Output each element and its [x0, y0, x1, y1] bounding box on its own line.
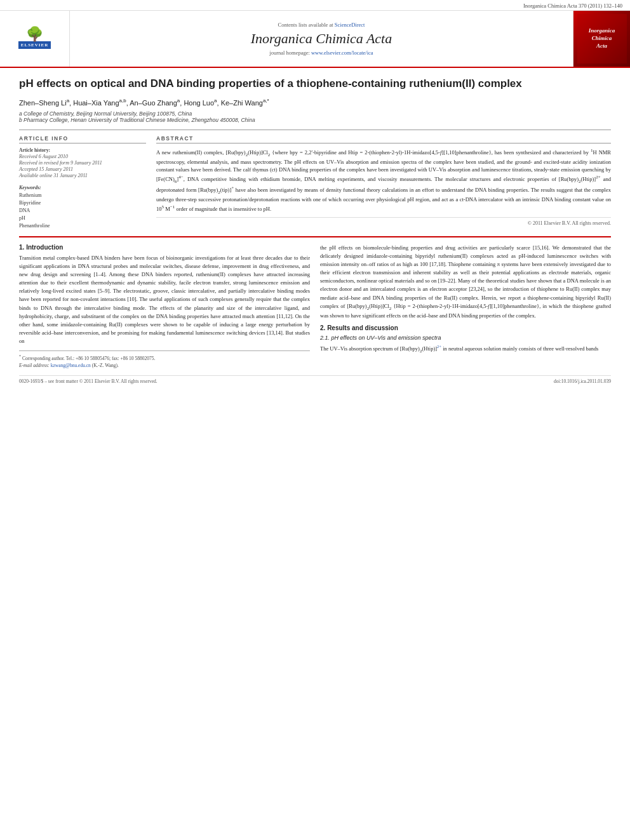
subsection2-1-heading: 2.1. pH effects on UV–Vis and emission s… [320, 335, 611, 341]
received-date: Received 6 August 2010 [19, 154, 146, 159]
issn-line: 0020-1693/$ – see front matter © 2011 El… [19, 378, 158, 384]
section2-para1: The UV–Vis absorption spectrum of [Ru(bp… [320, 343, 611, 354]
affiliations: a College of Chemistry, Beijing Normal U… [19, 110, 611, 123]
keywords-list: RutheniumBipyridineDNApHPhenanthroline [19, 192, 146, 230]
keywords-label: Keywords: [19, 185, 146, 190]
bottom-bar: 0020-1693/$ – see front matter © 2011 El… [19, 375, 611, 384]
journal-title: Inorganica Chimica Acta [251, 30, 392, 47]
journal-header: Inorganica Chimica Acta 370 (2011) 132–1… [0, 0, 630, 68]
elsevier-wordmark: ELSEVIER [18, 41, 51, 49]
keywords-block: Keywords: RutheniumBipyridineDNApHPhenan… [19, 185, 146, 230]
accepted-date: Accepted 15 January 2011 [19, 166, 146, 172]
article-history-block: Article history: Received 6 August 2010 … [19, 147, 146, 178]
article-title: pH effects on optical and DNA binding pr… [19, 77, 611, 91]
journal-citation: Inorganica Chimica Acta 370 (2011) 132–1… [523, 3, 622, 9]
journal-banner: 🌳 ELSEVIER Contents lists available at S… [0, 10, 630, 67]
sciencedirect-line: Contents lists available at ScienceDirec… [278, 22, 365, 28]
revised-date: Received in revised form 9 January 2011 [19, 160, 146, 166]
section2-heading: 2. Results and discussion [320, 324, 611, 331]
body-right-col: the pH effects on biomolecule-binding pr… [320, 244, 611, 370]
cover-inner: InorganicaChimicaActa [577, 14, 627, 63]
article-info-column: ARTICLE INFO Article history: Received 6… [19, 135, 146, 230]
sciencedirect-link[interactable]: ScienceDirect [335, 22, 365, 28]
footnotes: * Corresponding author. Tel.: +86 10 588… [19, 350, 310, 369]
history-label: Article history: [19, 147, 146, 153]
abstract-text: A new ruthenium(II) complex, [Ru(bpy)2(H… [156, 147, 611, 213]
journal-homepage: journal homepage: www.elsevier.com/locat… [269, 50, 373, 56]
journal-cover-image: InorganicaChimicaActa [573, 11, 630, 67]
body-content: 1. Introduction Transition metal complex… [19, 236, 611, 385]
main-content: pH effects on optical and DNA binding pr… [0, 68, 630, 390]
elsevier-tree-icon: 🌳 [18, 27, 51, 41]
body-left-col: 1. Introduction Transition metal complex… [19, 244, 310, 370]
footnote-star: * Corresponding author. Tel.: +86 10 588… [19, 354, 310, 362]
intro-para2: the pH effects on biomolecule-binding pr… [320, 244, 611, 321]
footnote-email: E-mail address: kzwang@bnu.edu.cn (K.-Z.… [19, 362, 310, 369]
journal-center: Contents lists available at ScienceDirec… [70, 11, 573, 67]
cover-title: InorganicaChimicaActa [589, 27, 615, 50]
doi-line: doi:10.1016/j.ica.2011.01.039 [554, 378, 611, 384]
affiliation-a: a College of Chemistry, Beijing Normal U… [19, 110, 611, 117]
section1-heading: 1. Introduction [19, 244, 310, 251]
abstract-label: ABSTRACT [156, 135, 611, 143]
affiliation-b: b Pharmacy College, Henan University of … [19, 117, 611, 123]
elsevier-logo: 🌳 ELSEVIER [0, 11, 70, 67]
journal-top-bar: Inorganica Chimica Acta 370 (2011) 132–1… [0, 3, 630, 10]
intro-para1: Transition metal complex-based DNA binde… [19, 254, 310, 346]
abstract-column: ABSTRACT A new ruthenium(II) complex, [R… [156, 135, 611, 230]
body-two-col: 1. Introduction Transition metal complex… [19, 244, 611, 370]
article-info-abstract-section: ARTICLE INFO Article history: Received 6… [19, 130, 611, 230]
copyright-line: © 2011 Elsevier B.V. All rights reserved… [156, 217, 611, 226]
journal-url[interactable]: www.elsevier.com/locate/ica [311, 50, 373, 56]
online-date: Available online 31 January 2011 [19, 173, 146, 178]
date-group: Received 6 August 2010 Received in revis… [19, 154, 146, 178]
authors: Zhen–Sheng Lia, Huai–Xia Yanga,b, An–Guo… [19, 98, 611, 107]
email-link[interactable]: kzwang@bnu.edu.cn [51, 363, 91, 368]
article-info-label: ARTICLE INFO [19, 135, 146, 143]
